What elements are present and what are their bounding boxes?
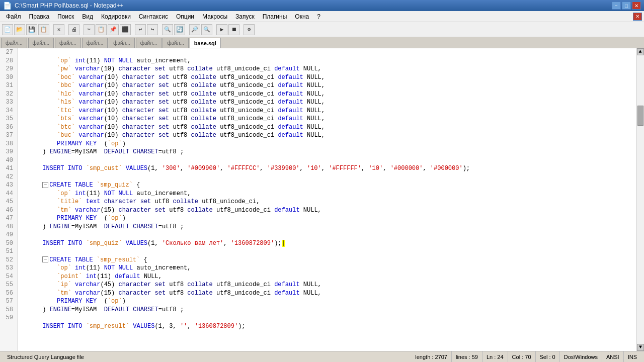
menu-bar: Файл Правка Поиск Вид Кодировки Синтакси… xyxy=(0,11,644,22)
close-document-button[interactable]: ✕ xyxy=(633,13,642,21)
linenum-38: 38 xyxy=(0,140,15,148)
code-line-27[interactable]: `op` int(11) NOT NULL auto_increment, xyxy=(18,48,636,57)
menu-run[interactable]: Запуск xyxy=(231,12,259,21)
code-line-51[interactable]: −CREATE TABLE `smp_result` { xyxy=(18,247,636,256)
maximize-button[interactable]: □ xyxy=(622,2,631,10)
linenum-53: 53 xyxy=(0,264,15,273)
code-area[interactable]: `op` int(11) NOT NULL auto_increment, `p… xyxy=(18,48,636,351)
toolbar: 📄 📂 💾 📋 ✕ 🖨 ✂ 📋 📌 ⬛ ↩ ↪ 🔍 🔄 🔎 🔍 ▶ ⏹ ⚙ xyxy=(0,22,644,37)
code-line-49[interactable]: INSERT INTO `smp_quiz` VALUES(1, 'Скольк… xyxy=(18,231,636,239)
app-icon: 📄 xyxy=(3,2,12,10)
tab-5[interactable]: файл... xyxy=(109,38,135,48)
select-all-button[interactable]: ⬛ xyxy=(120,24,131,35)
linenum-43: 43 xyxy=(0,181,15,190)
menu-plugins[interactable]: Плагины xyxy=(259,12,291,21)
status-ins: INS xyxy=(624,351,641,363)
redo-button[interactable]: ↪ xyxy=(147,24,158,35)
linenum-42: 42 xyxy=(0,173,15,182)
status-dos: Dos\Windows xyxy=(560,351,602,363)
menu-search[interactable]: Поиск xyxy=(53,12,78,21)
linenum-28: 28 xyxy=(0,57,15,65)
tab-7[interactable]: файл... xyxy=(163,38,189,48)
linenum-40: 40 xyxy=(0,156,15,165)
menu-edit[interactable]: Правка xyxy=(25,12,54,21)
run-button[interactable]: ▶ xyxy=(216,24,227,35)
linenum-34: 34 xyxy=(0,107,15,115)
menu-windows[interactable]: Окна xyxy=(291,12,313,21)
linenum-56: 56 xyxy=(0,289,15,298)
menu-encoding[interactable]: Кодировки xyxy=(97,12,135,21)
close-button[interactable]: ✕ xyxy=(632,2,641,10)
menu-file[interactable]: Файл xyxy=(2,12,25,21)
linenum-41: 41 xyxy=(0,164,15,173)
code-line-42[interactable]: −CREATE TABLE `smp_quiz` { xyxy=(18,173,636,182)
cut-button[interactable]: ✂ xyxy=(84,24,95,35)
linenum-27: 27 xyxy=(0,48,15,57)
new-button[interactable]: 📄 xyxy=(2,24,13,35)
paste-button[interactable]: 📌 xyxy=(108,24,119,35)
vertical-scrollbar[interactable]: ▲ ▼ xyxy=(636,48,644,351)
status-lines: lines : 59 xyxy=(452,351,482,363)
linenum-39: 39 xyxy=(0,148,15,156)
title-bar: 📄 C:\Smart PHP Poll\base.sql - Notepad++… xyxy=(0,0,644,11)
status-bar: Structured Query Language file length : … xyxy=(0,351,644,362)
zoom-in-button[interactable]: 🔎 xyxy=(189,24,200,35)
status-encoding: ANSI xyxy=(602,351,624,363)
linenum-55: 55 xyxy=(0,281,15,289)
code-line-59[interactable]: INSERT INTO `smp_result` VALUES(1, 3, ''… xyxy=(18,314,636,322)
linenum-45: 45 xyxy=(0,198,15,206)
line-numbers: 27 28 29 30 31 32 33 34 35 36 37 38 39 4… xyxy=(0,48,18,351)
save-all-button[interactable]: 📋 xyxy=(38,24,49,35)
tab-base-sql[interactable]: base.sql xyxy=(190,38,221,48)
linenum-48: 48 xyxy=(0,223,15,231)
title-bar-left: 📄 C:\Smart PHP Poll\base.sql - Notepad++ xyxy=(3,2,124,10)
linenum-29: 29 xyxy=(0,65,15,73)
menu-help[interactable]: ? xyxy=(313,12,325,21)
undo-button[interactable]: ↩ xyxy=(135,24,146,35)
tab-3[interactable]: файл... xyxy=(55,38,81,48)
menu-view[interactable]: Вид xyxy=(78,12,97,21)
tab-6[interactable]: файл... xyxy=(136,38,162,48)
linenum-33: 33 xyxy=(0,98,15,107)
menu-options[interactable]: Опции xyxy=(172,12,198,21)
linenum-50: 50 xyxy=(0,239,15,248)
linenum-59: 59 xyxy=(0,314,15,322)
linenum-30: 30 xyxy=(0,73,15,82)
status-right: length : 2707 lines : 59 Ln : 24 Col : 7… xyxy=(411,351,641,363)
linenum-47: 47 xyxy=(0,214,15,223)
close-button2[interactable]: ✕ xyxy=(53,24,64,35)
find-replace-button[interactable]: 🔄 xyxy=(174,24,185,35)
save-button[interactable]: 💾 xyxy=(26,24,37,35)
macro-button[interactable]: ⚙ xyxy=(244,24,255,35)
linenum-31: 31 xyxy=(0,81,15,90)
linenum-52: 52 xyxy=(0,256,15,264)
linenum-32: 32 xyxy=(0,90,15,99)
print-button[interactable]: 🖨 xyxy=(68,24,79,35)
linenum-46: 46 xyxy=(0,206,15,215)
tab-1[interactable]: файл... xyxy=(1,38,27,48)
find-button[interactable]: 🔍 xyxy=(162,24,173,35)
minimize-button[interactable]: − xyxy=(612,2,621,10)
status-ln: Ln : 24 xyxy=(482,351,508,363)
open-button[interactable]: 📂 xyxy=(14,24,25,35)
editor-container: 27 28 29 30 31 32 33 34 35 36 37 38 39 4… xyxy=(0,48,644,351)
linenum-35: 35 xyxy=(0,115,15,123)
menu-macros[interactable]: Макросы xyxy=(198,12,231,21)
linenum-37: 37 xyxy=(0,131,15,140)
zoom-out-button[interactable]: 🔍 xyxy=(201,24,212,35)
stop-button[interactable]: ⏹ xyxy=(228,24,239,35)
linenum-36: 36 xyxy=(0,123,15,132)
status-left: Structured Query Language file xyxy=(3,351,88,363)
copy-button[interactable]: 📋 xyxy=(96,24,107,35)
tab-4[interactable]: файл... xyxy=(82,38,108,48)
linenum-54: 54 xyxy=(0,273,15,281)
status-file-type: Structured Query Language file xyxy=(3,351,88,363)
linenum-51: 51 xyxy=(0,247,15,256)
code-line-40[interactable]: INSERT INTO `smp_cust` VALUES(1, '300', … xyxy=(18,156,636,165)
tab-2[interactable]: файл... xyxy=(28,38,54,48)
status-length: length : 2707 xyxy=(411,351,452,363)
title-text: C:\Smart PHP Poll\base.sql - Notepad++ xyxy=(15,2,124,9)
tabs-bar: файл... файл... файл... файл... файл... … xyxy=(0,37,644,48)
menu-syntax[interactable]: Синтаксис xyxy=(135,12,172,21)
status-sel: Sel : 0 xyxy=(536,351,560,363)
